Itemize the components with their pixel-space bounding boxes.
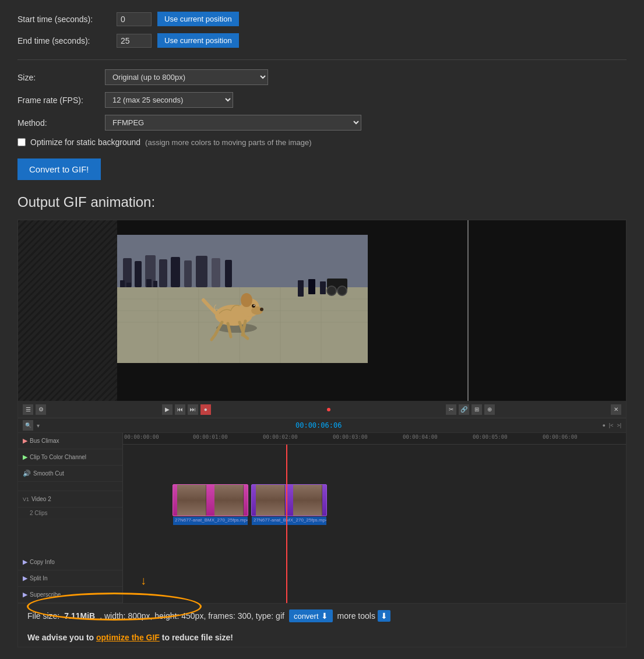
fps-label: Frame rate (FPS): xyxy=(17,96,99,105)
ruler-6: 00:00:06:00 xyxy=(543,434,578,440)
video-clip-1[interactable] xyxy=(173,484,248,516)
more-tools-btn[interactable]: more tools ⬇ xyxy=(337,610,390,622)
method-label: Method: xyxy=(17,118,99,128)
marker-line xyxy=(467,220,469,401)
start-time-label: Start time (seconds): xyxy=(17,15,111,24)
timeline-marker: ● xyxy=(602,422,605,428)
size-row: Size: Original (up to 800px) 320px 480px… xyxy=(17,69,627,85)
record-indicator xyxy=(327,408,330,411)
tl-zoom-btn[interactable]: ⊕ xyxy=(484,404,495,415)
fps-row: Frame rate (FPS): 12 (max 25 seconds) 10… xyxy=(17,92,627,108)
convert-btn[interactable]: Convert to GIF! xyxy=(17,158,101,180)
track3-icon: 🔊 xyxy=(23,470,31,477)
clip-thumb-2b xyxy=(293,485,322,516)
track-labels-panel: ▶ Bus Climax ▶ Clip To Color Channel 🔊 S… xyxy=(18,433,123,603)
tl-close-btn[interactable]: ✕ xyxy=(611,404,621,415)
tracks-body: 27N677-anat_BMX_270_25fps.mp4 border 2.m… xyxy=(123,445,626,603)
track-label-7: ▶ Split In xyxy=(18,570,122,587)
optimize-checkbox[interactable] xyxy=(17,138,26,146)
timeline-toolbar: ☰ ⚙ ▶ ⏮ ⏭ ● ✂ 🔗 ⊞ ⊕ ✕ xyxy=(18,401,626,418)
size-label: Size: xyxy=(17,73,99,82)
convert-label: convert xyxy=(294,612,319,621)
method-select[interactable]: FFMPEG ImageMagick xyxy=(105,115,361,131)
ruler-2: 00:00:02:00 xyxy=(263,434,298,440)
track4-text: Video 2 xyxy=(31,496,51,502)
clip-thumb-2a xyxy=(256,485,285,516)
main-container: Start time (seconds): Use current positi… xyxy=(0,0,644,659)
track-label-4: V1 Video 2 xyxy=(18,491,122,508)
end-time-label: End time (seconds): xyxy=(17,36,111,45)
timeline-out: >| xyxy=(617,422,621,428)
file-info-details: , width: 800px, height: 450px, frames: 3… xyxy=(100,611,284,621)
svg-rect-7 xyxy=(184,260,192,287)
start-use-current-btn[interactable]: Use current position xyxy=(157,12,239,26)
search-label: ▾ xyxy=(37,422,40,429)
convert-icon-btn[interactable]: convert ⬇ xyxy=(289,609,333,622)
optimize-link[interactable]: optimize the GIF xyxy=(96,633,160,642)
right-dark xyxy=(368,220,626,401)
ruler-1: 00:00:01:00 xyxy=(193,434,228,440)
gif-output-container: ☰ ⚙ ▶ ⏮ ⏭ ● ✂ 🔗 ⊞ ⊕ ✕ 🔍 ▾ 00:00:06:06 ● … xyxy=(17,220,627,647)
svg-rect-35 xyxy=(320,281,326,294)
track2-text: Clip To Color Channel xyxy=(30,454,86,460)
size-select[interactable]: Original (up to 800px) 320px 480px 640px… xyxy=(105,69,268,85)
timeline-main: ▶ Bus Climax ▶ Clip To Color Channel 🔊 S… xyxy=(18,433,626,603)
svg-rect-5 xyxy=(159,259,167,287)
gif-animation xyxy=(117,235,368,363)
timeline-content: 00:00:00:00 00:00:01:00 00:00:02:00 00:0… xyxy=(123,433,626,603)
timeline-in: |< xyxy=(609,422,614,428)
clip-inner-2 xyxy=(252,485,326,516)
tl-record-btn[interactable]: ● xyxy=(200,404,211,415)
divider xyxy=(17,59,627,60)
timecode-display: 00:00:06:06 xyxy=(295,421,342,429)
track-label-3: 🔊 Smooth Cut xyxy=(18,466,122,482)
fps-select[interactable]: 12 (max 25 seconds) 10 15 20 24 30 xyxy=(105,92,233,108)
tl-cut-btn[interactable]: ✂ xyxy=(446,404,456,415)
start-time-input[interactable] xyxy=(117,12,152,26)
track-label-6: ▶ Copy Info xyxy=(18,554,122,570)
track8-icon: ▶ xyxy=(23,591,27,598)
ruler-4: 00:00:04:00 xyxy=(403,434,438,440)
form-section: Start time (seconds): Use current positi… xyxy=(17,12,627,48)
file-info-prefix: File size: xyxy=(27,611,59,621)
track-label-1: ▶ Bus Climax xyxy=(18,433,122,449)
tl-settings-btn[interactable]: ⚙ xyxy=(36,404,46,415)
clip-inner-1 xyxy=(173,485,248,516)
track-label-2: ▶ Clip To Color Channel xyxy=(18,449,122,466)
tl-play-btn[interactable]: ▶ xyxy=(162,404,173,415)
tl-next-btn[interactable]: ⏭ xyxy=(188,404,198,415)
advice-prefix: We advise you to xyxy=(27,633,96,642)
end-time-input[interactable] xyxy=(117,34,152,48)
tl-prev-btn[interactable]: ⏮ xyxy=(175,404,185,415)
more-tools-download-icon: ⬇ xyxy=(378,610,390,622)
optimize-label: Optimize for static background xyxy=(30,138,140,147)
video-clip-2[interactable] xyxy=(251,484,327,516)
end-use-current-btn[interactable]: Use current position xyxy=(157,33,239,48)
timeline-ruler: 00:00:00:00 00:00:01:00 00:00:02:00 00:0… xyxy=(123,433,626,445)
track-spacer2 xyxy=(18,519,122,554)
tl-menu-btn[interactable]: ☰ xyxy=(23,404,33,415)
track7-text: Split In xyxy=(30,575,48,582)
more-tools-label: more tools xyxy=(337,611,375,621)
svg-rect-9 xyxy=(212,258,220,287)
track-spacer xyxy=(18,482,122,491)
ruler-3: 00:00:03:00 xyxy=(333,434,368,440)
clip-label-2: 27N677-anat_BMX_270_25fps.mp4 border 2.m… xyxy=(252,517,326,525)
tl-link-btn[interactable]: 🔗 xyxy=(459,404,469,415)
svg-rect-34 xyxy=(308,279,315,294)
clip-thumb-1b xyxy=(214,485,244,516)
svg-point-30 xyxy=(241,293,252,307)
track7-icon: ▶ xyxy=(23,575,27,582)
file-info-bar: File size: 7.11MiB , width: 800px, heigh… xyxy=(18,603,626,628)
clips-count: 2 Clips xyxy=(30,510,48,516)
advice-bar: We advise you to optimize the GIF to red… xyxy=(18,628,626,647)
settings-section: Size: Original (up to 800px) 320px 480px… xyxy=(17,69,627,147)
clip-label-1: 27N677-anat_BMX_270_25fps.mp4 border 2.m… xyxy=(173,517,248,525)
track-label-8: ▶ Superscribe xyxy=(18,587,122,603)
tl-search-btn[interactable]: 🔍 xyxy=(23,420,33,431)
track1-text: Bus Climax xyxy=(30,438,59,444)
ruler-0: 00:00:00:00 xyxy=(124,434,159,440)
tl-snap-btn[interactable]: ⊞ xyxy=(471,404,482,415)
svg-point-29 xyxy=(260,308,263,311)
svg-rect-8 xyxy=(196,256,207,287)
